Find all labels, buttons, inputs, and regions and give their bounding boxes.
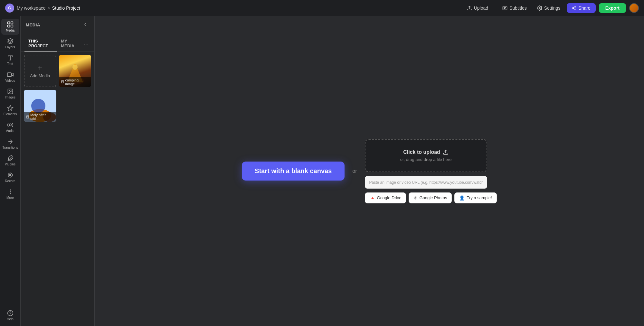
svg-point-26 [10,190,11,190]
record-icon [7,172,14,178]
sidebar-item-help[interactable]: Help [1,307,19,323]
sidebar-item-videos[interactable]: Videos [1,69,19,85]
svg-line-9 [573,7,575,7]
settings-button[interactable]: Settings [534,4,564,13]
share-button[interactable]: Share [567,3,595,13]
url-input[interactable] [365,176,487,189]
layers-icon [7,38,14,44]
media-panel: MEDIA THIS PROJECT MY MEDIA ··· ＋ Add Me… [21,16,95,326]
media-grid: ＋ Add Media 🖼 camping image [21,51,94,125]
media-item-label: 🖼 Moly after taki... [24,112,56,122]
videos-icon [7,71,14,78]
svg-point-36 [31,99,45,113]
or-label: or [352,168,357,174]
project-name: Studio Project [52,5,80,11]
sidebar-item-label: Record [5,179,15,183]
sidebar-item-label: Images [5,96,15,99]
sidebar-item-label: Audio [6,129,14,133]
upload-zone-subtitle: or, drag and drop a file here [400,157,452,162]
elements-icon [7,105,14,111]
sidebar-item-label: Text [7,62,13,66]
media-item-label: 🖼 camping image [59,77,91,87]
more-icon [7,189,14,195]
list-item[interactable]: 🖼 camping image [59,55,91,87]
breadcrumb-separator: > [47,5,50,11]
sidebar-item-layers[interactable]: Layers [1,35,19,51]
sidebar-item-record[interactable]: Record [1,169,19,185]
google-photos-button[interactable]: ✳ Google Photos [409,192,452,203]
workspace-link[interactable]: My workspace [17,5,45,11]
start-blank-button[interactable]: Start with a blank canvas [242,162,345,181]
sidebar-item-more[interactable]: More [1,186,19,202]
sidebar-item-label: Elements [4,112,17,116]
add-media-card[interactable]: ＋ Add Media [24,55,56,87]
breadcrumb: My workspace > Studio Project [17,5,80,11]
svg-point-4 [539,7,540,9]
add-media-label: Add Media [30,73,50,78]
upload-icon [467,5,472,11]
subtitles-button[interactable]: Subtitles [499,4,530,13]
tab-my-media[interactable]: MY MEDIA [57,37,82,51]
images-icon [7,88,14,95]
text-icon [7,55,14,61]
svg-point-25 [9,174,11,176]
svg-point-7 [575,9,576,10]
sidebar-item-audio[interactable]: Audio [1,119,19,135]
svg-rect-13 [11,25,13,27]
source-buttons: 🔺 Google Drive ✳ Google Photos 👤 Try a s… [365,192,497,203]
upload-zone-icon [443,149,449,155]
svg-rect-10 [7,22,10,24]
image-icon: 🖼 [61,80,64,84]
panel-more-button[interactable]: ··· [82,40,90,48]
export-button[interactable]: Export [599,3,626,13]
panel-collapse-button[interactable] [81,21,89,29]
sidebar-item-text[interactable]: Text [1,52,19,68]
svg-line-8 [573,8,575,9]
media-icon [7,21,14,28]
svg-point-6 [573,7,574,9]
svg-rect-18 [7,73,11,77]
try-sample-button[interactable]: 👤 Try a sample! [454,192,497,203]
share-icon [572,6,576,10]
help-icon [7,310,14,316]
subtitles-icon [502,5,507,11]
plus-icon: ＋ [36,64,44,71]
sidebar-item-label: Videos [5,79,15,82]
panel-title: MEDIA [26,23,40,27]
sidebar-item-media[interactable]: Media [1,19,19,35]
main-body: Media Layers Text Videos Images Elements [0,16,644,326]
svg-rect-12 [7,25,10,27]
sidebar-item-images[interactable]: Images [1,86,19,102]
tab-this-project[interactable]: THIS PROJECT [24,37,57,51]
svg-point-28 [10,193,11,194]
google-drive-icon: 🔺 [370,195,375,200]
sidebar-item-label: Help [7,317,14,321]
sample-icon: 👤 [459,195,465,200]
chevron-left-icon [83,22,88,27]
google-drive-button[interactable]: 🔺 Google Drive [365,192,406,203]
panel-tabs-row: THIS PROJECT MY MEDIA ··· [21,34,94,51]
upload-button[interactable]: Upload [464,4,491,13]
sidebar-item-label: Layers [5,45,15,49]
svg-point-27 [10,191,11,192]
list-item[interactable]: 🖼 Moly after taki... [24,90,56,122]
sidebar-item-plugins[interactable]: Plugins [1,153,19,169]
topbar-center: Upload Subtitles [464,4,530,13]
svg-rect-11 [11,22,13,24]
sidebar-item-transitions[interactable]: Transitions [1,136,19,152]
sidebar-item-label: Media [6,29,14,32]
canvas-center: Start with a blank canvas or Click to up… [242,139,497,203]
sidebar-item-label: Plugins [5,163,15,166]
google-photos-icon: ✳ [413,195,417,200]
icon-nav: Media Layers Text Videos Images Elements [0,16,21,326]
svg-point-20 [9,90,9,91]
plugins-icon [7,155,14,162]
upload-zone[interactable]: Click to upload or, drag and drop a file… [365,139,487,172]
sidebar-item-label: More [6,196,14,200]
topbar-right: Settings Share Export [534,3,639,13]
sidebar-item-elements[interactable]: Elements [1,102,19,118]
upload-zone-title: Click to upload [403,149,449,155]
avatar[interactable] [629,3,639,13]
svg-point-33 [72,65,78,70]
svg-rect-1 [503,6,507,10]
